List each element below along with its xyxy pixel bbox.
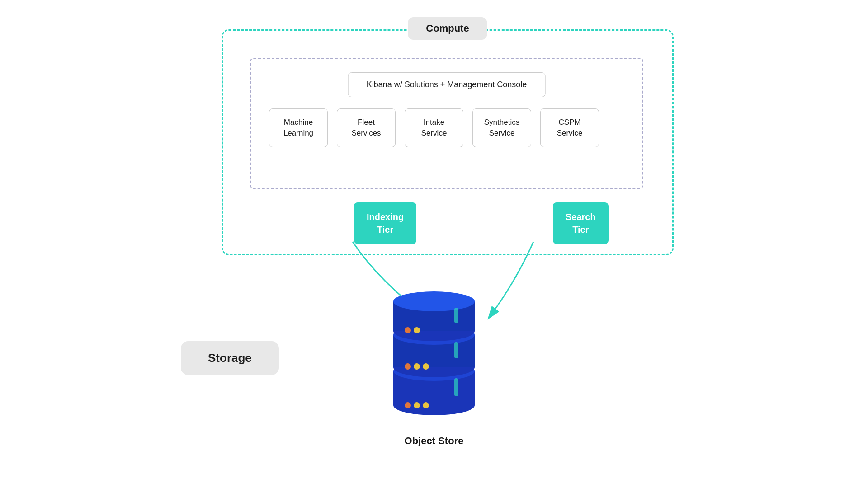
object-store-label: Object Store [405,435,464,447]
svg-rect-11 [454,342,458,358]
storage-label: Storage [181,341,279,375]
service-intake: IntakeService [405,108,463,147]
svg-point-7 [423,402,429,408]
svg-rect-18 [454,308,458,323]
svg-point-19 [405,327,411,333]
database-icon [384,291,484,432]
indexing-tier-box: IndexingTier [354,202,416,244]
svg-point-5 [405,402,411,408]
svg-rect-4 [454,378,458,396]
services-row: MachineLearning FleetServices IntakeServ… [269,108,599,147]
svg-point-14 [423,363,429,370]
service-ml: MachineLearning [269,108,328,147]
service-cspm: CSPMService [540,108,599,147]
compute-label: Compute [408,17,487,40]
compute-outer-box: Compute Kibana w/ Solutions + Management… [222,29,674,255]
diagram-container: Compute Kibana w/ Solutions + Management… [163,29,705,459]
kibana-box: Kibana w/ Solutions + Management Console [348,72,546,97]
svg-point-6 [414,402,420,408]
svg-point-20 [414,327,420,333]
object-store-container: Object Store [384,291,484,447]
svg-point-12 [405,363,411,370]
svg-point-17 [393,291,475,311]
inner-dashed-box: Kibana w/ Solutions + Management Console… [250,58,643,189]
svg-point-13 [414,363,420,370]
service-synthetics: SyntheticsService [472,108,531,147]
service-fleet: FleetServices [337,108,396,147]
search-tier-box: SearchTier [553,202,609,244]
